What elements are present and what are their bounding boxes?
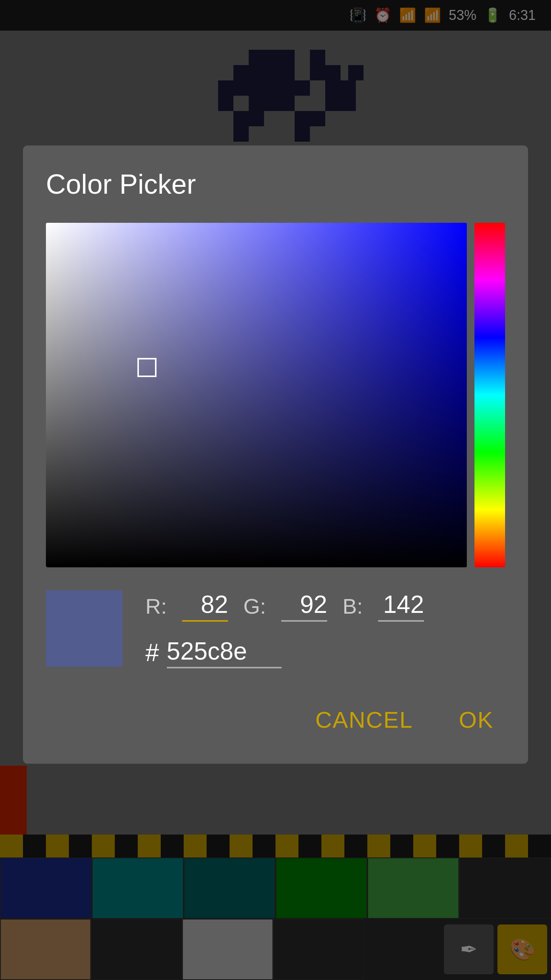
gradient-inner	[46, 223, 467, 567]
g-label: G:	[243, 594, 266, 619]
r-value[interactable]: 82	[182, 590, 228, 622]
ok-button[interactable]: OK	[447, 699, 505, 741]
rgb-row: R: 82 G: 92 B: 142	[145, 590, 505, 622]
color-gradient[interactable]	[46, 223, 467, 567]
dialog-buttons: CANCEL OK	[46, 691, 505, 741]
dialog-title: Color Picker	[46, 168, 505, 200]
hex-value[interactable]: 525c8e	[167, 637, 282, 668]
hex-symbol: #	[145, 639, 159, 667]
r-label: R:	[145, 594, 167, 619]
hex-row: # 525c8e	[145, 637, 505, 668]
color-values-section: R: 82 G: 92 B: 142 # 525c8e	[46, 590, 505, 668]
g-value[interactable]: 92	[281, 590, 327, 622]
cancel-button[interactable]: CANCEL	[304, 699, 424, 741]
color-picker-area[interactable]	[46, 223, 505, 567]
color-preview	[46, 590, 122, 667]
b-value[interactable]: 142	[378, 590, 424, 622]
color-inputs: R: 82 G: 92 B: 142 # 525c8e	[145, 590, 505, 668]
b-label: B:	[342, 594, 363, 619]
hue-slider[interactable]	[474, 223, 505, 567]
color-picker-dialog: Color Picker R: 82 G: 92 B: 142 # 525c8e	[23, 145, 528, 764]
color-cursor[interactable]	[137, 358, 156, 377]
